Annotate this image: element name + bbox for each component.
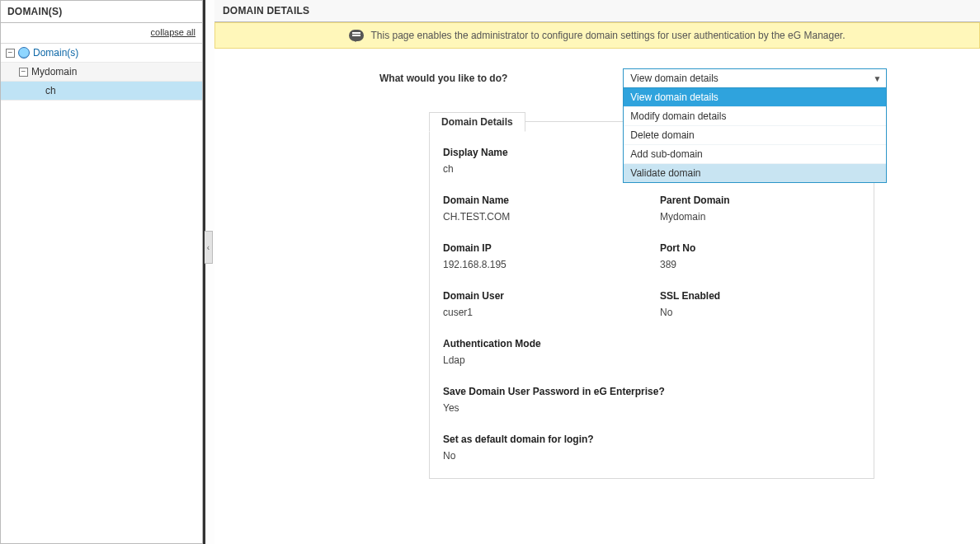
page-title: DOMAIN DETAILS <box>214 0 980 22</box>
collapse-icon[interactable]: − <box>6 49 15 58</box>
chevron-down-icon: ▼ <box>873 74 881 83</box>
tree-root[interactable]: − Domain(s) <box>1 44 202 63</box>
value-default-login: No <box>443 450 860 462</box>
label-ssl-enabled: SSL Enabled <box>660 290 860 302</box>
value-domain-ip: 192.168.8.195 <box>443 259 643 270</box>
tree-item-label: Mydomain <box>31 66 77 77</box>
sidebar: DOMAIN(S) collapse all − Domain(s) − Myd… <box>0 0 203 544</box>
details-grid: Display Name ch Domain Name CH.TEST.COM … <box>443 147 860 462</box>
dropdown-option-modify[interactable]: Modify domain details <box>624 106 886 125</box>
info-icon <box>349 30 364 41</box>
value-ssl-enabled: No <box>660 307 860 318</box>
field-default-login: Set as default domain for login? No <box>443 434 860 462</box>
field-save-pwd: Save Domain User Password in eG Enterpri… <box>443 386 860 414</box>
label-domain-name: Domain Name <box>443 195 643 206</box>
field-domain-name: Domain Name CH.TEST.COM <box>443 195 643 223</box>
label-domain-ip: Domain IP <box>443 242 643 254</box>
collapse-all-row: collapse all <box>1 23 202 44</box>
label-save-pwd: Save Domain User Password in eG Enterpri… <box>443 386 860 397</box>
value-auth-mode: Ldap <box>443 354 860 366</box>
field-parent-domain: Parent Domain Mydomain <box>660 195 860 223</box>
main-panel: DOMAIN DETAILS This page enables the adm… <box>214 0 980 544</box>
dropdown-option-delete[interactable]: Delete domain <box>624 125 886 144</box>
dropdown-option-validate[interactable]: Validate domain <box>624 163 886 182</box>
collapse-icon[interactable]: − <box>19 68 28 77</box>
domain-tree: − Domain(s) − Mydomain ch <box>1 44 202 101</box>
label-port-no: Port No <box>660 242 860 254</box>
tree-item-ch[interactable]: ch <box>1 82 202 101</box>
action-select-wrap: View domain details ▼ View domain detail… <box>623 68 887 88</box>
value-parent-domain: Mydomain <box>660 211 860 223</box>
tree-root-label: Domain(s) <box>33 47 78 59</box>
label-auth-mode: Authentication Mode <box>443 338 860 349</box>
action-dropdown: View domain details Modify domain detail… <box>623 88 887 183</box>
field-domain-user: Domain User cuser1 <box>443 290 643 318</box>
field-ssl-enabled: SSL Enabled No <box>660 290 860 318</box>
tree-item-mydomain[interactable]: − Mydomain <box>1 63 202 82</box>
content-area: What would you like to do? View domain d… <box>214 49 980 499</box>
action-select-value: View domain details <box>630 73 719 84</box>
tree-item-label: ch <box>45 85 56 96</box>
dropdown-option-view[interactable]: View domain details <box>624 88 886 106</box>
value-port-no: 389 <box>660 259 860 270</box>
collapse-all-link[interactable]: collapse all <box>151 27 196 37</box>
pane-divider[interactable]: ‹ <box>203 0 214 544</box>
label-domain-user: Domain User <box>443 290 643 302</box>
sidebar-title: DOMAIN(S) <box>1 1 202 23</box>
value-save-pwd: Yes <box>443 402 860 414</box>
pane-collapse-handle[interactable]: ‹ <box>205 231 213 264</box>
value-domain-name: CH.TEST.COM <box>443 211 643 223</box>
label-parent-domain: Parent Domain <box>660 195 860 206</box>
globe-icon <box>18 47 30 59</box>
action-label: What would you like to do? <box>379 73 507 84</box>
info-banner-text: This page enables the administrator to c… <box>370 30 845 41</box>
field-port-no: Port No 389 <box>660 242 860 270</box>
action-select[interactable]: View domain details ▼ <box>623 68 887 88</box>
field-domain-ip: Domain IP 192.168.8.195 <box>443 242 643 270</box>
info-banner: This page enables the administrator to c… <box>214 22 980 49</box>
action-row: What would you like to do? View domain d… <box>247 68 947 88</box>
dropdown-option-addsub[interactable]: Add sub-domain <box>624 144 886 163</box>
label-default-login: Set as default domain for login? <box>443 434 860 445</box>
tab-domain-details[interactable]: Domain Details <box>429 112 525 132</box>
value-domain-user: cuser1 <box>443 307 643 318</box>
field-auth-mode: Authentication Mode Ldap <box>443 338 860 366</box>
